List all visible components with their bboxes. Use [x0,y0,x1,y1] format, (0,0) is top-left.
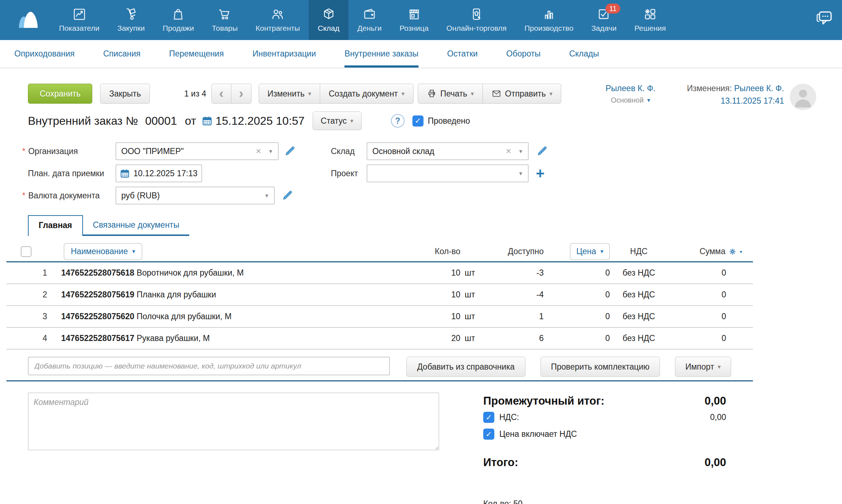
send-button[interactable]: Отправить▾ [483,84,562,104]
select-all-checkbox[interactable] [21,246,31,257]
position-qty[interactable]: 10 [417,312,460,321]
pager-label: 1 из 4 [184,89,206,99]
position-vat[interactable]: без НДС [610,268,668,278]
table-row[interactable]: 4 1476522528075617 Рукава рубашки, М 20 … [6,328,753,350]
assignee-name[interactable]: Рылеев К. Ф. [606,84,656,93]
subtotal-label: Промежуточный итог: [483,395,604,407]
nav-item-money[interactable]: Деньги [348,0,391,40]
calendar-icon[interactable] [120,168,130,178]
subnav-item-internal-orders[interactable]: Внутренние заказы [344,40,418,68]
position-vat[interactable]: без НДС [610,312,668,321]
nav-item-purchases[interactable]: Закупки [108,0,154,40]
subnav-item-transfers[interactable]: Перемещения [169,40,224,68]
planned-date-input[interactable]: 10.12.2025 17:13 [116,164,202,182]
moysklad-logo-icon[interactable] [16,8,41,33]
subnav-item-inventories[interactable]: Инвентаризации [253,40,316,68]
position-sum: 0 [668,268,726,278]
position-price[interactable]: 0 [544,333,610,343]
subnav-item-warehouses[interactable]: Склады [569,40,599,68]
chart-line-icon [73,8,86,21]
import-button[interactable]: Импорт▾ [675,357,731,377]
nav-item-online-trade[interactable]: Онлайн-торговля [437,0,515,40]
nav-label: Производство [524,24,573,33]
subnav-item-turnover[interactable]: Обороты [506,40,540,68]
create-document-button[interactable]: Создать документ▾ [320,84,413,104]
edit-pencil-icon[interactable] [284,145,296,157]
nav-item-counterparties[interactable]: Контрагенты [247,0,309,40]
position-price[interactable]: 0 [544,268,610,278]
print-button[interactable]: Печать▾ [418,84,483,104]
nav-item-solutions[interactable]: Решения [626,0,675,40]
position-name[interactable]: 1476522528075618 Воротничок для рубашки,… [55,268,417,278]
avatar[interactable] [790,84,816,110]
tab-linked-documents[interactable]: Связанные документы [83,215,190,234]
chevron-down-icon[interactable]: ▾ [519,171,522,177]
gear-icon[interactable] [728,247,737,256]
add-from-catalog-button[interactable]: Добавить из справочника [406,357,525,377]
organization-select[interactable]: ООО "ПРИМЕР" ✕ ▾ [116,142,279,160]
comment-textarea[interactable] [28,392,439,450]
next-document-button[interactable]: › [231,84,251,104]
edit-button[interactable]: Изменить▾ [259,84,320,104]
nav-item-tasks[interactable]: 11 Задачи [582,0,626,40]
position-name[interactable]: 1476522528075620 Полочка для рубашки, М [55,312,417,321]
edit-pencil-icon[interactable] [282,189,293,201]
chevron-down-icon[interactable]: ▾ [740,249,742,254]
edit-pencil-icon[interactable] [537,145,548,157]
clear-icon[interactable]: ✕ [505,147,511,155]
nav-item-goods[interactable]: Товары [203,0,246,40]
nav-item-production[interactable]: Производство [515,0,582,40]
position-qty[interactable]: 10 [417,268,460,278]
clear-icon[interactable]: ✕ [255,147,261,155]
warehouse-select[interactable]: Основной склад ✕ ▾ [367,142,529,160]
position-qty[interactable]: 10 [417,290,460,300]
close-button[interactable]: Закрыть [100,84,150,104]
posted-checkbox[interactable] [412,115,424,127]
position-vat[interactable]: без НДС [610,333,668,343]
name-column-button[interactable]: Наименование ▾ [64,243,142,260]
help-icon[interactable]: ? [391,114,405,128]
nav-item-sales[interactable]: Продажи [154,0,203,40]
position-name[interactable]: 1476522528075619 Планка для рубашки [55,290,417,300]
subnav-item-receipts[interactable]: Оприходования [14,40,74,68]
currency-select[interactable]: руб (RUB) ▾ [116,187,275,204]
assignee-block[interactable]: Рылеев К. Ф. Основной ▾ [606,84,656,104]
calendar-icon[interactable] [202,115,212,126]
vat-checkbox[interactable] [483,412,494,423]
price-includes-vat-checkbox[interactable] [483,429,494,440]
nav-item-retail[interactable]: Розница [391,0,437,40]
chevron-down-icon[interactable]: ▾ [519,148,522,154]
position-name[interactable]: 1476522528075617 Рукава рубашки, М [55,333,417,343]
position-price[interactable]: 0 [544,290,610,300]
status-label: Статус [321,116,347,126]
price-column-button[interactable]: Цена ▾ [570,243,610,260]
project-select[interactable]: ▾ [367,164,529,182]
changes-user-link[interactable]: Рылеев К. Ф. [734,84,784,93]
position-qty[interactable]: 20 [417,333,460,343]
changes-date-link[interactable]: 13.11.2025 17:41 [687,96,784,106]
position-price[interactable]: 0 [544,312,610,321]
chat-bubble-icon[interactable] [815,9,833,28]
prev-document-button[interactable]: ‹ [211,84,231,104]
table-row[interactable]: 1 1476522528075618 Воротничок для рубашк… [6,262,753,284]
chevron-down-icon[interactable]: ▾ [647,97,650,103]
document-datetime[interactable]: 15.12.2025 10:57 [215,114,304,128]
table-row[interactable]: 2 1476522528075619 Планка для рубашки 10… [6,284,753,306]
check-kit-button[interactable]: Проверить комплектацию [540,357,660,377]
status-button[interactable]: Статус▾ [313,112,362,130]
add-project-icon[interactable]: + [536,166,545,181]
chevron-down-icon[interactable]: ▾ [265,193,268,199]
sum-column-header: Сумма ▾ [700,247,753,256]
nav-item-indicators[interactable]: Показатели [50,0,108,40]
tab-main[interactable]: Главная [28,215,83,234]
table-header: Наименование ▾ Кол-во Доступно Цена ▾ НД… [6,242,753,262]
nav-item-warehouse[interactable]: Склад [309,0,348,40]
chevron-down-icon[interactable]: ▾ [269,148,272,154]
add-position-input[interactable] [28,357,390,375]
document-number[interactable]: 00001 [145,114,177,128]
subnav-item-stock[interactable]: Остатки [447,40,478,68]
table-row[interactable]: 3 1476522528075620 Полочка для рубашки, … [6,306,753,328]
subnav-item-writeoffs[interactable]: Списания [103,40,140,68]
position-vat[interactable]: без НДС [610,290,668,300]
save-button[interactable]: Сохранить [28,84,92,104]
